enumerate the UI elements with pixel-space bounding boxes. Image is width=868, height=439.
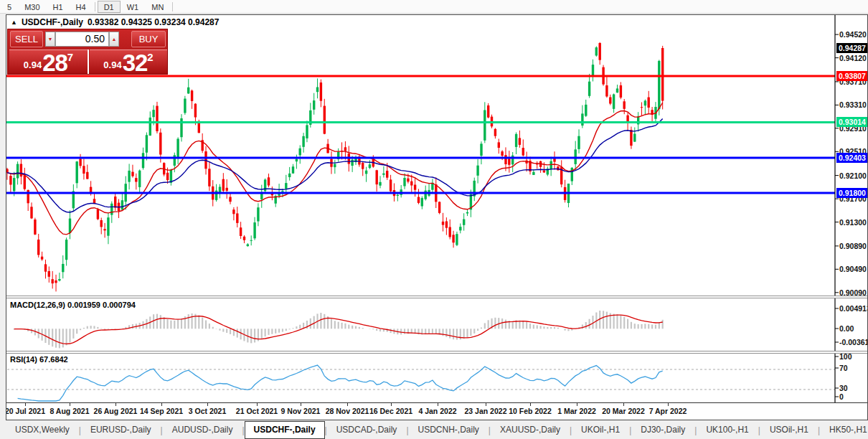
- date-axis-label: 10 Feb 2022: [509, 407, 552, 415]
- date-axis-label: 23 Jan 2022: [465, 407, 507, 415]
- buy-price-display[interactable]: 0.94 32 2: [90, 49, 167, 73]
- date-axis-label: 7 Apr 2022: [649, 407, 687, 415]
- tab-dj30-daily[interactable]: DJ30-,Daily: [631, 421, 694, 439]
- price-axis-label: 0.90890: [839, 242, 867, 250]
- trade-panel-divider: [88, 49, 89, 74]
- date-axis-label: 20 Mar 2022: [602, 407, 645, 415]
- symbol-marker-icon: ▲: [11, 19, 17, 26]
- date-axis-label: 8 Aug 2021: [49, 407, 89, 415]
- date-tick: [623, 403, 624, 406]
- tab-usoil-h1[interactable]: USOil-,H1: [760, 421, 818, 439]
- date-tick: [577, 403, 577, 406]
- symbol-name: USDCHF-,Daily: [22, 17, 83, 27]
- date-axis-label: 28 Nov 2021: [326, 407, 369, 415]
- date-tick: [70, 403, 70, 406]
- price-axis-label: 0.90490: [839, 265, 867, 273]
- price-badge: 0.91800: [836, 188, 868, 198]
- price-axis-label: 0.93310: [839, 100, 867, 109]
- date-tick: [301, 403, 301, 406]
- timeframe-button-w1[interactable]: W1: [121, 1, 146, 13]
- date-axis-label: 20 Jul 2021: [6, 407, 45, 415]
- ohlc-values: 0.93382 0.94325 0.93234 0.94287: [88, 17, 220, 27]
- rsi-axis-label: 30: [839, 384, 848, 392]
- price-badge: 0.92403: [836, 153, 868, 163]
- tab-usdcad-daily[interactable]: USDCAD-,Daily: [327, 421, 407, 439]
- date-axis-label: 1 Mar 2022: [557, 407, 596, 415]
- timeframe-button-5[interactable]: 5: [1, 1, 18, 13]
- price-badge: 0.93014: [836, 117, 868, 127]
- date-tick: [486, 403, 486, 406]
- rsi-chart-canvas[interactable]: [6, 354, 867, 402]
- toolbar-separator: [95, 2, 95, 11]
- date-tick: [668, 403, 669, 406]
- timeframe-button-h4[interactable]: H4: [70, 1, 93, 13]
- price-axis-label: 0.91300: [839, 218, 867, 227]
- date-tick: [25, 403, 26, 406]
- price-axis-label: 0.94120: [839, 54, 867, 62]
- date-axis-label: 21 Oct 2021: [236, 407, 278, 415]
- buy-price-big: 32: [123, 53, 148, 72]
- sell-price-big: 28: [42, 53, 67, 72]
- tab-usdx-weekly[interactable]: USDX,Weekly: [6, 421, 79, 439]
- tab-usdchf-daily[interactable]: USDCHF-,Daily: [245, 421, 325, 439]
- macd-axis-label: 0.00: [839, 324, 854, 333]
- tab-usdcnh-daily[interactable]: USDCNH-,Daily: [409, 421, 489, 439]
- symbol-tab-bar: USDX,Weekly|EURUSD-,Daily|AUDUSD-,Daily|…: [0, 420, 868, 439]
- volume-increase-button[interactable]: ▲: [109, 32, 119, 47]
- tab-ukoil-h1[interactable]: UKOil-,H1: [572, 421, 629, 439]
- date-tick: [391, 403, 392, 406]
- timeframe-button-h1[interactable]: H1: [47, 1, 70, 13]
- tab-audusd-daily[interactable]: AUDUSD-,Daily: [163, 421, 242, 439]
- buy-price-sup: 2: [147, 51, 153, 63]
- price-axis-label: 0.94520: [839, 30, 867, 39]
- macd-axis-label: -0.003614: [839, 338, 868, 346]
- timeframe-button-d1[interactable]: D1: [98, 1, 121, 13]
- date-tick: [161, 403, 162, 406]
- date-tick: [207, 403, 208, 406]
- date-axis-label: 14 Sep 2021: [140, 407, 183, 415]
- tab-uk100-h1[interactable]: UK100-,H1: [697, 421, 758, 439]
- rsi-axis-label: 0: [839, 392, 844, 401]
- rsi-axis-label: 70: [839, 364, 848, 372]
- tab-eurusd-daily[interactable]: EURUSD-,Daily: [81, 421, 161, 439]
- price-axis-label: 0.92100: [839, 171, 867, 180]
- date-tick: [115, 403, 116, 406]
- date-axis-label: 9 Nov 2021: [281, 407, 321, 415]
- rsi-axis-label: 100: [839, 352, 852, 361]
- chart-title: ▲ USDCHF-,Daily 0.93382 0.94325 0.93234 …: [11, 17, 219, 27]
- price-axis-label: 0.90090: [839, 288, 867, 297]
- trade-panel-top-row: SELL ▼ 0.50 ▲ BUY: [8, 29, 167, 49]
- chart-window: ▲ USDCHF-,Daily 0.93382 0.94325 0.93234 …: [6, 14, 868, 420]
- date-axis-label: 16 Dec 2021: [369, 407, 412, 415]
- sell-price-sup: 7: [67, 51, 73, 63]
- timeframe-button-m30[interactable]: M30: [18, 1, 46, 13]
- volume-input[interactable]: 0.50: [55, 32, 109, 47]
- date-axis-label: 3 Oct 2021: [189, 407, 227, 415]
- timeframe-button-mn[interactable]: MN: [145, 1, 170, 13]
- date-axis[interactable]: 20 Jul 20218 Aug 202126 Aug 202114 Sep 2…: [6, 402, 867, 420]
- macd-label: MACD(12,26,9) 0.001959 0.000794: [10, 301, 136, 309]
- date-tick: [347, 403, 348, 406]
- sell-button[interactable]: SELL: [10, 31, 43, 47]
- one-click-trading-panel: SELL ▼ 0.50 ▲ BUY 0.94 28 7 0.94 32 2: [7, 29, 168, 75]
- sell-price-display[interactable]: 0.94 28 7: [9, 49, 88, 73]
- toolbar-separator: [172, 2, 173, 11]
- date-tick: [438, 403, 438, 406]
- timeframe-toolbar: 5M30H1H4D1W1MN: [0, 0, 868, 14]
- tab-xauusd-daily[interactable]: XAUUSD-,Daily: [491, 421, 570, 439]
- volume-decrease-button[interactable]: ▼: [45, 32, 55, 47]
- price-badge: 0.94287: [836, 43, 868, 53]
- date-axis-label: 4 Jan 2022: [418, 407, 456, 415]
- buy-price-prefix: 0.94: [103, 60, 121, 70]
- tab-hk50-h1[interactable]: HK50-,H1: [820, 421, 868, 439]
- date-axis-label: 26 Aug 2021: [94, 407, 138, 415]
- date-tick: [530, 403, 531, 406]
- buy-button[interactable]: BUY: [131, 31, 166, 47]
- macd-chart-canvas[interactable]: [6, 298, 867, 351]
- price-badge: 0.93807: [836, 71, 868, 81]
- date-tick: [257, 403, 258, 406]
- rsi-label: RSI(14) 67.6842: [10, 355, 68, 364]
- macd-axis-label: 0.004913: [839, 304, 868, 313]
- sell-price-prefix: 0.94: [24, 60, 42, 70]
